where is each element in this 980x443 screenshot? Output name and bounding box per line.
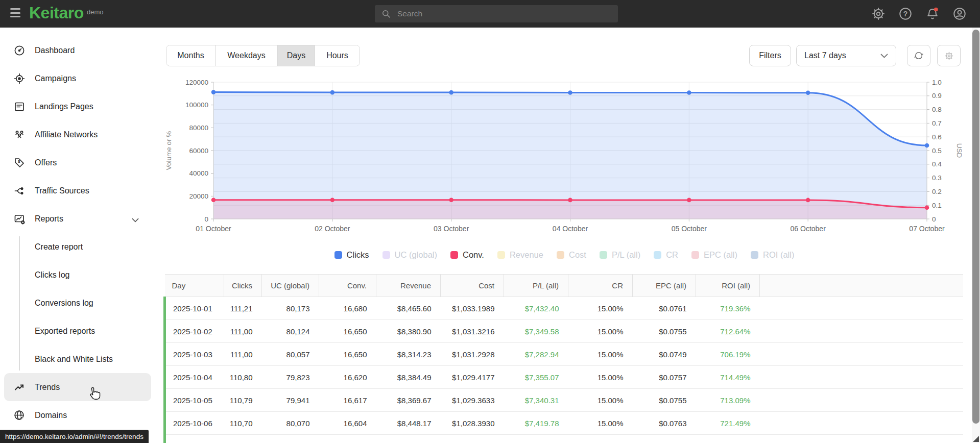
legend-item-p-l-all-[interactable]: P/L (all) bbox=[600, 250, 640, 260]
cell-epc-all-: $0.0761 bbox=[633, 297, 696, 320]
legend-item-epc-all-[interactable]: EPC (all) bbox=[691, 250, 737, 260]
help-icon[interactable]: ? bbox=[898, 7, 913, 21]
cell-day: 2025-10-02 bbox=[165, 320, 224, 343]
sidebar-item-landings-pages[interactable]: Landings Pages bbox=[4, 92, 151, 120]
cell-clicks: 44,16 bbox=[224, 435, 262, 443]
cell-uc-global-: 80,057 bbox=[262, 343, 319, 366]
legend-item-clicks[interactable]: Clicks bbox=[334, 250, 369, 260]
sidebar-item-label: Traffic Sources bbox=[35, 186, 89, 195]
cell-roi-all-: 713.09% bbox=[696, 389, 760, 412]
tab-weekdays[interactable]: Weekdays bbox=[215, 45, 277, 66]
trends-icon bbox=[13, 381, 26, 393]
search-box[interactable] bbox=[375, 5, 618, 22]
cell-roi-all-: 721.49% bbox=[696, 412, 760, 435]
cell-conv-: 6,449 bbox=[319, 435, 376, 443]
date-range-select[interactable]: Last 7 days bbox=[796, 45, 896, 66]
tab-months[interactable]: Months bbox=[166, 45, 215, 66]
svg-text:07 October: 07 October bbox=[909, 225, 945, 233]
column-header-conv-[interactable]: Conv. bbox=[319, 275, 376, 297]
cell-epc-all-: $0.0757 bbox=[633, 366, 696, 389]
table-row[interactable]: 2025-10-03111,0080,05716,650$8,314.23$1,… bbox=[165, 343, 963, 366]
menu-icon[interactable] bbox=[10, 8, 20, 19]
column-header-cost[interactable]: Cost bbox=[441, 275, 504, 297]
legend-swatch bbox=[383, 251, 390, 259]
notifications-icon[interactable] bbox=[925, 7, 940, 21]
column-header-revenue[interactable]: Revenue bbox=[376, 275, 441, 297]
table-row[interactable]: 2025-10-06110,7080,07016,604$8,448.17$1,… bbox=[165, 412, 963, 435]
sidebar-subitem-create-report[interactable]: Create report bbox=[0, 233, 155, 261]
sidebar-subitem-label: Create report bbox=[35, 242, 83, 252]
cell-day: 2025-10-03 bbox=[165, 343, 224, 366]
legend-item-conv-[interactable]: Conv. bbox=[450, 250, 484, 260]
demo-badge: demo bbox=[87, 8, 104, 16]
cell-clicks: 110,70 bbox=[224, 412, 262, 435]
cell-cost: $1,028.3930 bbox=[441, 412, 504, 435]
trends-chart[interactable]: 02000040000600008000010000012000000.10.2… bbox=[163, 69, 965, 249]
sidebar-item-affiliate-networks[interactable]: Affiliate Networks bbox=[4, 120, 151, 149]
column-header-epc-all-[interactable]: EPC (all) bbox=[633, 275, 696, 297]
filters-button[interactable]: Filters bbox=[749, 45, 791, 66]
tab-hours[interactable]: Hours bbox=[315, 45, 360, 66]
table-row[interactable]: 2025-10-05110,7979,94116,617$8,369.67$1,… bbox=[165, 389, 963, 412]
cell-conv-: 16,617 bbox=[319, 389, 376, 412]
sidebar-subitem-clicks-log[interactable]: Clicks log bbox=[0, 261, 155, 289]
cell-cost: $1,031.3216 bbox=[441, 320, 504, 343]
svg-text:0.2: 0.2 bbox=[932, 188, 942, 195]
sidebar-subitem-exported-reports[interactable]: Exported reports bbox=[0, 317, 155, 345]
sidebar-item-label: Trends bbox=[35, 383, 60, 392]
table-row[interactable]: 2025-10-0744,1641,4576,449$4,033.04$517.… bbox=[165, 435, 963, 443]
cell-uc-global-: 80,173 bbox=[262, 297, 319, 320]
column-header-day[interactable]: Day bbox=[165, 275, 224, 297]
sidebar-subitem-conversions-log[interactable]: Conversions log bbox=[0, 289, 155, 317]
settings-icon[interactable] bbox=[871, 7, 886, 21]
legend-item-cost[interactable]: Cost bbox=[557, 250, 586, 260]
sidebar-subitem-label: Black and White Lists bbox=[35, 355, 113, 364]
cell-cr: 15.00% bbox=[568, 412, 633, 435]
legend-item-revenue[interactable]: Revenue bbox=[497, 250, 543, 260]
sidebar-item-offers[interactable]: $Offers bbox=[4, 149, 151, 177]
cell-conv-: 16,680 bbox=[319, 297, 376, 320]
sidebar-item-label: Domains bbox=[35, 411, 67, 420]
tab-days[interactable]: Days bbox=[277, 45, 315, 66]
sidebar-item-campaigns[interactable]: Campaigns bbox=[4, 64, 151, 92]
period-tabs: MonthsWeekdaysDaysHours bbox=[166, 45, 360, 66]
sidebar-subitem-black-and-white-lists[interactable]: Black and White Lists bbox=[0, 345, 155, 373]
svg-text:0.9: 0.9 bbox=[932, 92, 942, 100]
column-header-p-l-all-[interactable]: P/L (all) bbox=[504, 275, 568, 297]
sidebar-item-domains[interactable]: Domains bbox=[4, 401, 151, 429]
sidebar-item-trends[interactable]: Trends bbox=[4, 373, 151, 401]
cell-conv-: 16,650 bbox=[319, 320, 376, 343]
table-row[interactable]: 2025-10-04110,8079,82316,620$8,384.49$1,… bbox=[165, 366, 963, 389]
legend-swatch bbox=[600, 251, 607, 259]
refresh-button[interactable] bbox=[907, 45, 930, 66]
account-icon[interactable] bbox=[952, 7, 967, 21]
sidebar-subitem-label: Conversions log bbox=[35, 299, 93, 308]
sidebar-item-reports[interactable]: Reports bbox=[4, 205, 151, 233]
legend-item-cr[interactable]: CR bbox=[654, 250, 678, 260]
search-input[interactable] bbox=[397, 9, 612, 18]
cell-conv-: 16,650 bbox=[319, 343, 376, 366]
sidebar-item-traffic-sources[interactable]: Traffic Sources bbox=[4, 177, 151, 205]
legend-item-uc-global-[interactable]: UC (global) bbox=[383, 250, 437, 260]
cell-epc-all-: $0.0913 bbox=[633, 435, 696, 443]
column-header-cr[interactable]: CR bbox=[568, 275, 633, 297]
traffic-sources-icon bbox=[13, 185, 26, 197]
legend-swatch bbox=[654, 251, 661, 259]
scrollbar-thumb[interactable] bbox=[972, 30, 979, 424]
cell-cr: 15.00% bbox=[568, 435, 633, 443]
column-header-roi-all-[interactable]: ROI (all) bbox=[696, 275, 760, 297]
refresh-icon bbox=[913, 50, 924, 61]
table-row[interactable]: 2025-10-01111,2180,17316,680$8,465.60$1,… bbox=[165, 297, 963, 320]
column-header-clicks[interactable]: Clicks bbox=[224, 275, 262, 297]
table-row[interactable]: 2025-10-02111,0080,12416,650$8,380.90$1,… bbox=[165, 320, 963, 343]
sidebar-item-dashboard[interactable]: Dashboard bbox=[4, 36, 151, 64]
cell-epc-all-: $0.0755 bbox=[633, 320, 696, 343]
chart-settings-button[interactable] bbox=[937, 45, 961, 66]
scrollbar[interactable] bbox=[972, 28, 980, 443]
column-header-uc-global-[interactable]: UC (global) bbox=[262, 275, 319, 297]
svg-text:0.7: 0.7 bbox=[932, 119, 942, 127]
cell-cr: 15.00% bbox=[568, 297, 633, 320]
legend-item-roi-all-[interactable]: ROI (all) bbox=[751, 250, 794, 260]
gear-icon bbox=[944, 51, 954, 61]
svg-text:0.6: 0.6 bbox=[932, 133, 942, 141]
